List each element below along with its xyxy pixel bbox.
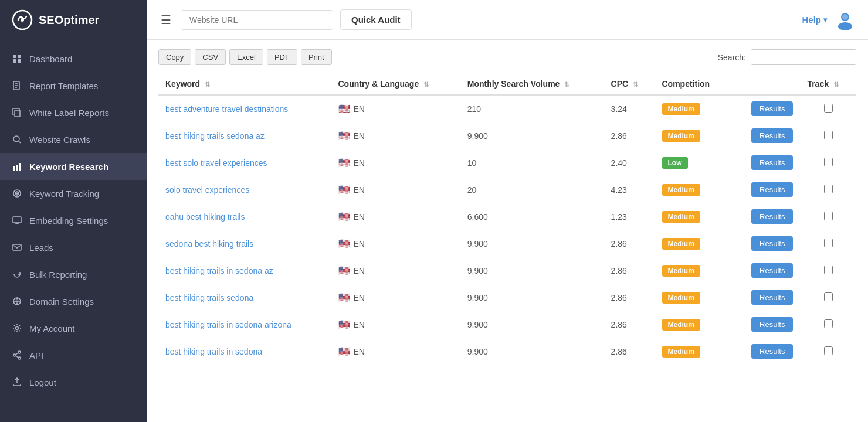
lang-code: EN xyxy=(354,131,365,141)
cell-track xyxy=(800,176,856,203)
cpc-sort-icon[interactable]: ⇅ xyxy=(633,81,638,89)
keyword-link[interactable]: best hiking trails in sedona arizona xyxy=(165,320,291,329)
track-checkbox[interactable] xyxy=(824,292,833,301)
track-checkbox[interactable] xyxy=(824,131,833,139)
website-url-input[interactable] xyxy=(181,10,333,30)
cell-results: Results xyxy=(731,284,801,311)
keyword-link[interactable]: oahu best hiking trails xyxy=(165,212,245,222)
flag-icon: 🇺🇸 xyxy=(338,265,350,276)
sidebar-item-embedding-settings[interactable]: Embedding Settings xyxy=(0,207,147,234)
cell-results: Results xyxy=(731,230,801,257)
sidebar-item-api[interactable]: API xyxy=(0,342,147,369)
results-button[interactable]: Results xyxy=(751,317,793,332)
toolbar-excel-button[interactable]: Excel xyxy=(229,49,263,65)
results-button[interactable]: Results xyxy=(751,128,793,143)
svg-point-27 xyxy=(18,357,21,359)
toolbar-pdf-button[interactable]: PDF xyxy=(267,49,297,65)
results-button[interactable]: Results xyxy=(751,155,793,170)
cell-results: Results xyxy=(731,257,801,284)
sidebar-item-keyword-research[interactable]: Keyword Research xyxy=(0,153,147,180)
keyword-sort-icon[interactable]: ⇅ xyxy=(205,81,210,89)
toolbar-print-button[interactable]: Print xyxy=(301,49,332,65)
user-avatar[interactable] xyxy=(834,9,856,31)
search-icon xyxy=(12,134,22,145)
table-row: best hiking trails in sedona arizona 🇺🇸 … xyxy=(158,311,856,338)
sidebar-item-domain-settings[interactable]: Domain Settings xyxy=(0,288,147,315)
results-button[interactable]: Results xyxy=(751,263,793,278)
keyword-link[interactable]: best hiking trails in sedona az xyxy=(165,266,273,275)
header: ☰ Quick Audit Help ▾ xyxy=(147,0,868,40)
cell-keyword: sedona best hiking trails xyxy=(158,230,331,257)
flag-icon: 🇺🇸 xyxy=(338,346,350,357)
logo-icon xyxy=(12,9,33,30)
cell-keyword: best hiking trails in sedona arizona xyxy=(158,311,331,338)
sidebar-item-my-account[interactable]: My Account xyxy=(0,315,147,342)
lang-code: EN xyxy=(354,158,365,168)
country-sort-icon[interactable]: ⇅ xyxy=(423,81,429,89)
help-button[interactable]: Help ▾ xyxy=(802,15,827,25)
sidebar-item-label: Keyword Tracking xyxy=(29,189,99,199)
bar-chart-icon xyxy=(12,161,22,172)
track-checkbox[interactable] xyxy=(824,266,833,274)
svg-line-29 xyxy=(16,353,18,355)
track-checkbox[interactable] xyxy=(824,346,833,355)
cell-competition: Medium xyxy=(655,338,731,365)
flag-icon: 🇺🇸 xyxy=(338,184,350,195)
hamburger-button[interactable]: ☰ xyxy=(158,11,174,29)
keyword-link[interactable]: solo travel experiences xyxy=(165,185,249,195)
table-row: best hiking trails sedona az 🇺🇸 EN 9,900… xyxy=(158,122,856,149)
track-checkbox[interactable] xyxy=(824,185,833,193)
sidebar-item-leads[interactable]: Leads xyxy=(0,234,147,261)
keyword-link[interactable]: sedona best hiking trails xyxy=(165,239,253,249)
main-area: ☰ Quick Audit Help ▾ CopyCSVExcelPDFPrin… xyxy=(147,0,868,422)
cell-keyword: best hiking trails sedona az xyxy=(158,122,331,149)
track-sort-icon[interactable]: ⇅ xyxy=(833,81,839,89)
sidebar-item-logout[interactable]: Logout xyxy=(0,369,147,396)
grid-icon xyxy=(12,53,22,64)
table-row: sedona best hiking trails 🇺🇸 EN 9,900 2.… xyxy=(158,230,856,257)
sidebar-item-label: API xyxy=(29,350,43,360)
track-checkbox[interactable] xyxy=(824,212,833,220)
cell-results: Results xyxy=(731,203,801,230)
col-competition: Competition xyxy=(655,73,731,95)
sidebar-item-keyword-tracking[interactable]: Keyword Tracking xyxy=(0,180,147,207)
volume-sort-icon[interactable]: ⇅ xyxy=(564,81,569,89)
cell-keyword: best hiking trails sedona xyxy=(158,284,331,311)
col-cpc: CPC ⇅ xyxy=(604,73,655,95)
results-button[interactable]: Results xyxy=(751,101,793,116)
svg-point-32 xyxy=(838,22,852,30)
results-button[interactable]: Results xyxy=(751,209,793,224)
track-checkbox[interactable] xyxy=(824,158,833,166)
keyword-link[interactable]: best hiking trails in sedona xyxy=(165,347,262,356)
toolbar-csv-button[interactable]: CSV xyxy=(195,49,226,65)
track-checkbox[interactable] xyxy=(824,319,833,328)
cell-country: 🇺🇸 EN xyxy=(331,311,460,338)
cell-cpc: 2.40 xyxy=(604,149,655,176)
keyword-link[interactable]: best solo travel experiences xyxy=(165,158,267,168)
svg-rect-10 xyxy=(15,110,20,117)
results-button[interactable]: Results xyxy=(751,182,793,197)
sidebar-item-report-templates[interactable]: Report Templates xyxy=(0,72,147,99)
search-input[interactable] xyxy=(751,49,856,65)
quick-audit-button[interactable]: Quick Audit xyxy=(340,9,412,30)
keyword-link[interactable]: best adventure travel destinations xyxy=(165,104,288,114)
sidebar-item-dashboard[interactable]: Dashboard xyxy=(0,45,147,72)
svg-point-25 xyxy=(16,327,19,330)
track-checkbox[interactable] xyxy=(824,104,833,113)
results-button[interactable]: Results xyxy=(751,344,793,359)
sidebar-item-website-crawls[interactable]: Website Crawls xyxy=(0,126,147,153)
search-label: Search: xyxy=(718,53,746,62)
cell-keyword: best hiking trails in sedona xyxy=(158,338,331,365)
results-button[interactable]: Results xyxy=(751,290,793,305)
keyword-link[interactable]: best hiking trails sedona az xyxy=(165,131,265,141)
results-button[interactable]: Results xyxy=(751,236,793,251)
toolbar-copy-button[interactable]: Copy xyxy=(158,49,191,65)
sidebar-item-white-label-reports[interactable]: White Label Reports xyxy=(0,99,147,126)
cell-results: Results xyxy=(731,122,801,149)
sidebar-logo[interactable]: SEOptimer xyxy=(0,0,147,40)
sidebar-item-bulk-reporting[interactable]: Bulk Reporting xyxy=(0,261,147,288)
track-checkbox[interactable] xyxy=(824,239,833,247)
col-country: Country & Language ⇅ xyxy=(331,73,460,95)
keyword-link[interactable]: best hiking trails sedona xyxy=(165,293,253,302)
target-icon xyxy=(12,188,22,199)
